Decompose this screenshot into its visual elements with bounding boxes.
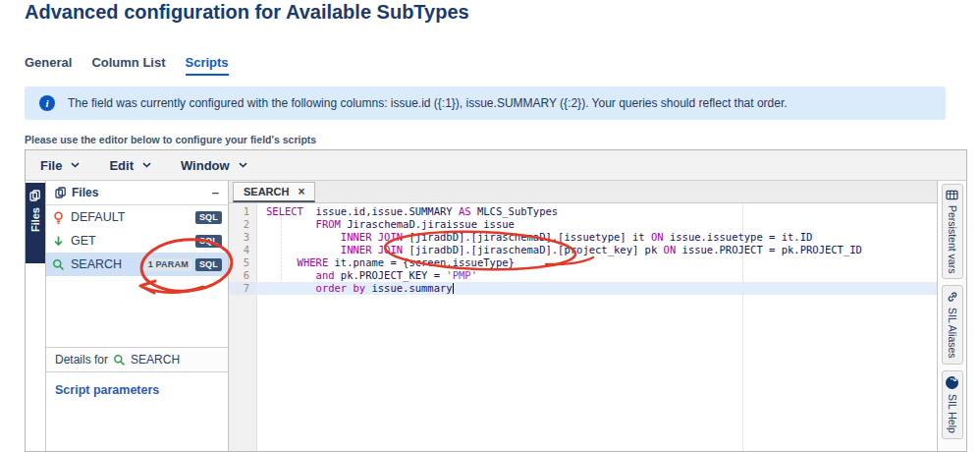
- files-header-icon-slot: [55, 187, 67, 198]
- line-content: INNER JOIN [jiradbD].[jiraschemaD].[issu…: [256, 231, 812, 244]
- minimize-button[interactable]: –: [212, 188, 219, 198]
- line-number: 3: [229, 231, 256, 244]
- info-banner: i The field was currently configured wit…: [25, 86, 946, 120]
- files-vertical-tab-label: Files: [29, 207, 41, 232]
- vars-icon: [946, 190, 958, 200]
- menu-edit[interactable]: Edit: [109, 158, 151, 173]
- files-panel-title: Files: [72, 186, 98, 199]
- chevron-down-icon: [71, 162, 80, 168]
- line-content: WHERE it.pname = {screen.issueType}: [256, 256, 515, 269]
- code-line-7: 7 order by issue.summary: [229, 282, 937, 295]
- file-item-default[interactable]: DEFAULTSQL: [46, 205, 228, 229]
- files-panel: Files – DEFAULTSQLGETSQLSEARCH1 PARAMSQL…: [45, 181, 229, 451]
- help-icon: ?: [946, 376, 958, 389]
- code-line-6: 6 and pk.PROJECT_KEY = 'PMP': [229, 269, 937, 282]
- code-line-3: 3 INNER JOIN [jiradbD].[jiraschemaD].[is…: [229, 231, 937, 244]
- tab-column-list[interactable]: Column List: [91, 55, 165, 76]
- files-panel-header: Files –: [46, 181, 228, 205]
- right-tab-label: Persistent vars: [947, 205, 958, 273]
- line-content: FROM JiraschemaD.jiraissue issue: [256, 218, 515, 231]
- sql-badge: SQL: [195, 258, 222, 271]
- file-list: DEFAULTSQLGETSQLSEARCH1 PARAMSQL: [46, 205, 228, 276]
- page: Advanced configuration for Available Sub…: [0, 0, 980, 452]
- file-item-search[interactable]: SEARCH1 PARAMSQL: [46, 253, 228, 276]
- right-tab-sil-help[interactable]: ?SIL Help: [942, 370, 963, 439]
- code-line-1: 1SELECT issue.id,issue.SUMMARY AS MLCS_S…: [229, 205, 937, 218]
- details-partial-text: Script parameters: [55, 383, 159, 397]
- sql-badge: SQL: [195, 235, 222, 248]
- file-badges: 1 PARAMSQL: [144, 258, 222, 271]
- line-content: SELECT issue.id,issue.SUMMARY AS MLCS_Su…: [256, 205, 558, 218]
- lightbulb-icon: [52, 211, 65, 224]
- text-cursor: [453, 283, 455, 294]
- menu-label: Window: [181, 158, 230, 173]
- menu-bar: FileEditWindow: [26, 150, 966, 181]
- line-content: and pk.PROJECT_KEY = 'PMP': [256, 269, 477, 282]
- arrow-down-icon: [52, 235, 65, 248]
- details-body: Script parameters: [46, 372, 228, 451]
- line-number: 2: [229, 218, 256, 231]
- menu-window[interactable]: Window: [181, 158, 247, 173]
- search-icon: [52, 258, 65, 271]
- right-tab-label: SIL Help: [947, 394, 958, 433]
- right-tab-persistent-vars[interactable]: Persistent vars: [942, 184, 963, 279]
- script-editor: FileEditWindow Files Files – DEFAULTSQLG…: [25, 149, 967, 452]
- line-number: 6: [229, 269, 256, 282]
- chevron-down-icon: [142, 162, 151, 168]
- left-tab-strip: Files: [26, 181, 45, 451]
- files-icon: [29, 190, 41, 201]
- right-tab-label: SIL Aliases: [947, 308, 958, 359]
- line-number: 7: [229, 282, 256, 295]
- file-badges: SQL: [195, 235, 222, 248]
- line-content: order by issue.summary: [256, 282, 454, 295]
- line-content: INNER JOIN [jiradbD].[jiraschemaD].[proj…: [256, 244, 862, 256]
- editor-body: Files Files – DEFAULTSQLGETSQLSEARCH1 PA…: [26, 181, 966, 451]
- tab-scripts[interactable]: Scripts: [186, 55, 229, 76]
- banner-text: The field was currently configured with …: [68, 96, 788, 110]
- code-lines: 1SELECT issue.id,issue.SUMMARY AS MLCS_S…: [229, 203, 937, 295]
- files-vertical-tab[interactable]: Files: [26, 183, 45, 263]
- details-file-icon-slot: [113, 354, 126, 367]
- editor-tab-search[interactable]: SEARCH ×: [233, 182, 315, 202]
- file-name: GET: [71, 234, 96, 248]
- close-tab-icon[interactable]: ×: [298, 185, 304, 198]
- file-badges: SQL: [195, 211, 222, 224]
- menu-file[interactable]: File: [40, 158, 80, 173]
- code-editor: SEARCH × 1SELECT issue.id,issue.SUMMARY …: [229, 181, 937, 451]
- top-tab-bar: GeneralColumn ListScripts: [25, 55, 229, 76]
- file-item-get[interactable]: GETSQL: [46, 229, 228, 253]
- details-header: Details for SEARCH: [46, 347, 228, 372]
- line-number: 1: [229, 205, 256, 218]
- editor-tab-label: SEARCH: [244, 186, 289, 198]
- chevron-down-icon: [239, 162, 247, 168]
- param-badge: 1 PARAM: [144, 258, 192, 271]
- code-line-4: 4 INNER JOIN [jiradbD].[jiraschemaD].[pr…: [229, 244, 937, 256]
- details-file-name: SEARCH: [131, 353, 180, 367]
- file-name: SEARCH: [71, 257, 122, 271]
- info-icon: i: [39, 95, 55, 111]
- files-icon: [55, 187, 67, 198]
- details-prefix: Details for: [55, 353, 108, 367]
- menu-label: File: [40, 158, 62, 173]
- sql-badge: SQL: [195, 211, 222, 224]
- files-panel-spacer: [46, 276, 228, 347]
- line-number: 4: [229, 244, 256, 256]
- line-number: 5: [229, 256, 256, 269]
- code-surface[interactable]: 1SELECT issue.id,issue.SUMMARY AS MLCS_S…: [229, 203, 937, 451]
- editor-hint: Please use the editor below to configure…: [25, 134, 316, 145]
- right-tab-strip: Persistent varsSIL Aliases?SIL Help: [937, 181, 966, 451]
- tab-general[interactable]: General: [25, 55, 72, 76]
- link-icon: [947, 291, 958, 303]
- code-line-2: 2 FROM JiraschemaD.jiraissue issue: [229, 218, 937, 231]
- menu-label: Edit: [109, 158, 134, 173]
- right-tab-sil-aliases[interactable]: SIL Aliases: [942, 285, 963, 365]
- code-line-5: 5 WHERE it.pname = {screen.issueType}: [229, 256, 937, 269]
- editor-tab-bar: SEARCH ×: [229, 181, 937, 203]
- file-name: DEFAULT: [71, 210, 125, 224]
- search-icon: [113, 354, 126, 367]
- page-title: Advanced configuration for Available Sub…: [25, 1, 469, 24]
